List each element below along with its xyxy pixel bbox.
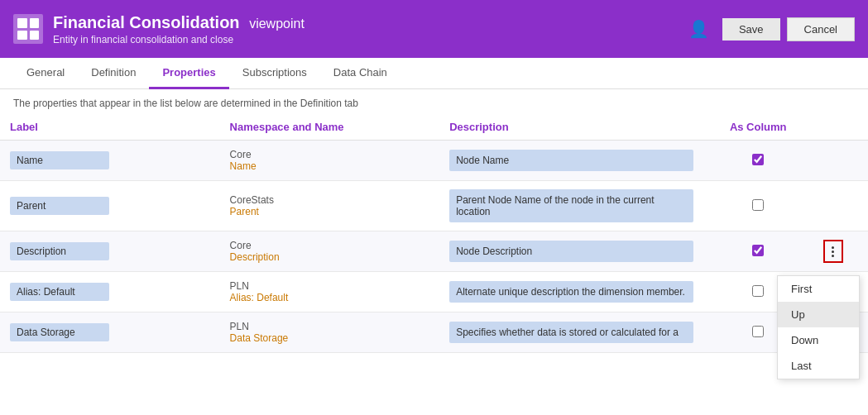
row-description: Parent Node Name of the node in the curr… [449,189,693,222]
table-row: NameCoreNameNode Name [0,141,868,181]
tab-general[interactable]: General [13,58,78,89]
ns-primary: Core [230,149,430,160]
ns-secondary: Parent [230,206,430,217]
person-icon: 👤 [688,19,709,39]
as-column-checkbox[interactable] [752,245,764,256]
cancel-button[interactable]: Cancel [787,17,855,41]
row-label: Alias: Default [10,283,109,301]
row-description: Alternate unique description the dimensi… [449,281,693,303]
row-label: Data Storage [10,323,109,341]
table-container: Label Namespace and Name Description As … [0,114,868,407]
header-title-area: Financial Consolidation viewpoint Entity… [53,13,305,45]
as-column-checkbox[interactable] [752,199,764,211]
col-header-as-column: As Column [703,114,813,141]
table-row: Data StoragePLNData StorageSpecifies whe… [0,312,868,353]
table-header-row: Label Namespace and Name Description As … [0,114,868,141]
row-description: Specifies whether data is stored or calc… [449,322,693,343]
col-header-description: Description [439,114,703,141]
ns-secondary: Description [230,251,430,263]
col-header-ns: Namespace and Name [220,114,440,141]
header-title: Financial Consolidation viewpoint [53,13,305,32]
ns-primary: Core [230,240,430,251]
properties-table: Label Namespace and Name Description As … [0,114,868,353]
header-subtitle: Entity in financial consolidation and cl… [53,34,305,45]
header-viewpoint: viewpoint [249,17,305,31]
context-menu: FirstUpDownLast [777,275,860,379]
tab-definition[interactable]: Definition [78,58,149,89]
header-app-name: Financial Consolidation [53,13,240,31]
row-label: Parent [10,197,109,215]
ns-primary: PLN [230,280,430,292]
app-icon [13,14,43,44]
table-row: DescriptionCoreDescriptionNode Descripti… [0,231,868,272]
row-description: Node Description [449,241,693,262]
table-row: Alias: DefaultPLNAlias: DefaultAlternate… [0,272,868,312]
context-menu-item-first[interactable]: First [778,276,859,302]
header-left: Financial Consolidation viewpoint Entity… [13,13,305,45]
col-header-label: Label [0,114,220,141]
row-label: Name [10,151,109,169]
row-description: Node Name [449,150,693,171]
as-column-checkbox[interactable] [752,154,764,165]
as-column-checkbox[interactable] [752,326,764,337]
tabs-bar: GeneralDefinitionPropertiesSubscriptions… [0,58,868,89]
as-column-checkbox[interactable] [752,285,764,297]
ns-primary: PLN [230,321,430,332]
row-label: Description [10,242,109,260]
tab-subscriptions[interactable]: Subscriptions [229,58,320,89]
info-text: The properties that appear in the list b… [0,89,868,114]
header-buttons: 👤 Save Cancel [688,17,855,41]
table-row: ParentCoreStatsParentParent Node Name of… [0,181,868,231]
tab-data-chain[interactable]: Data Chain [320,58,400,89]
context-menu-item-down[interactable]: Down [778,327,859,353]
save-button[interactable]: Save [722,18,780,41]
col-header-action [813,114,868,141]
row-action-button[interactable] [823,240,843,263]
context-menu-item-up[interactable]: Up [778,302,859,327]
context-menu-item-last[interactable]: Last [778,353,859,379]
ns-secondary: Name [230,160,430,172]
ns-secondary: Alias: Default [230,292,430,303]
tab-properties[interactable]: Properties [149,58,228,89]
ns-secondary: Data Storage [230,332,430,344]
ns-primary: CoreStats [230,194,430,206]
app-header: Financial Consolidation viewpoint Entity… [0,0,868,58]
